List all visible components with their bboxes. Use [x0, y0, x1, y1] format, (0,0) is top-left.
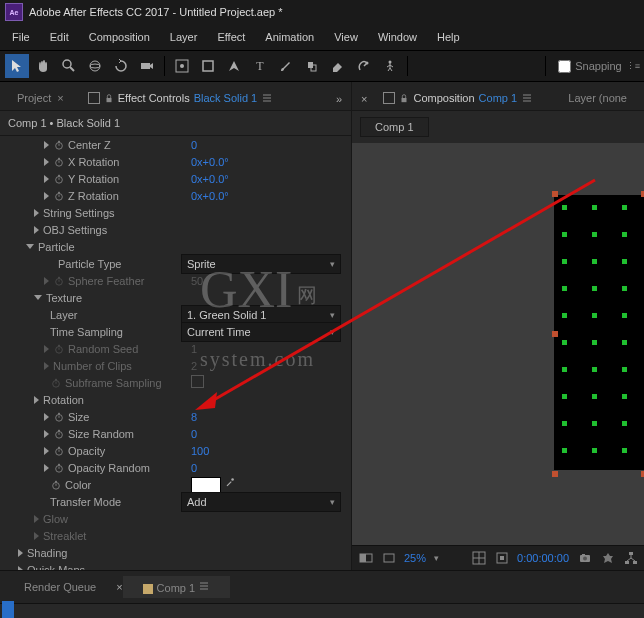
timeline-tabs: Render Queue × Comp 1 [0, 570, 644, 603]
group-texture[interactable]: Texture [0, 289, 351, 306]
tab-project[interactable]: Project× [5, 87, 76, 110]
titlebar: Ae Adobe After Effects CC 2017 - Untitle… [0, 0, 644, 24]
left-panel-tabs: Project× Effect Controls Black Solid 1 » [0, 82, 351, 111]
pen-tool[interactable] [222, 54, 246, 78]
transfer-mode-select[interactable]: Add▾ [181, 492, 341, 512]
clone-tool[interactable] [300, 54, 324, 78]
zoom-value[interactable]: 25% [404, 552, 426, 564]
prop-color[interactable]: Color [0, 476, 351, 493]
prop-transfer-mode[interactable]: Transfer ModeAdd▾ [0, 493, 351, 510]
zoom-tool[interactable] [57, 54, 81, 78]
comp-color-icon [143, 584, 153, 594]
selection-tool[interactable] [5, 54, 29, 78]
toolbar-divider [164, 56, 165, 76]
tab-effect-controls[interactable]: Effect Controls Black Solid 1 [76, 87, 286, 110]
particle-type-select[interactable]: Sprite▾ [181, 254, 341, 274]
prop-layer[interactable]: Layer1. Green Solid 1▾ [0, 306, 351, 323]
snapping-checkbox[interactable] [558, 60, 571, 73]
comp-name: Comp 1 [479, 92, 518, 104]
prop-time-sampling[interactable]: Time SamplingCurrent Time▾ [0, 323, 351, 340]
resolution-icon[interactable] [381, 549, 396, 567]
rotation-tool[interactable] [109, 54, 133, 78]
flowchart-icon[interactable] [623, 549, 638, 567]
prop-z-rotation[interactable]: Z Rotation0x+0.0° [0, 187, 351, 204]
camera-icon[interactable] [577, 549, 592, 567]
display-icon[interactable] [358, 549, 373, 567]
prop-size[interactable]: Size8 [0, 408, 351, 425]
prop-center-z[interactable]: Center Z0 [0, 136, 351, 153]
menu-animation[interactable]: Animation [255, 28, 324, 46]
group-glow: Glow [0, 510, 351, 527]
prop-opacity-random[interactable]: Opacity Random0 [0, 459, 351, 476]
mask-icon[interactable] [494, 549, 509, 567]
brush-tool[interactable] [274, 54, 298, 78]
menu-icon[interactable] [198, 580, 210, 592]
tab-composition[interactable]: Composition Comp 1 [371, 87, 545, 110]
close-icon[interactable]: × [57, 92, 63, 104]
lock-icon [104, 93, 114, 103]
menu-layer[interactable]: Layer [160, 28, 208, 46]
svg-rect-36 [384, 554, 394, 562]
timecode[interactable]: 0:00:00:00 [517, 552, 569, 564]
puppet-tool[interactable] [378, 54, 402, 78]
handle[interactable] [552, 191, 558, 197]
shape-tool[interactable] [196, 54, 220, 78]
menu-view[interactable]: View [324, 28, 368, 46]
menu-window[interactable]: Window [368, 28, 427, 46]
svg-rect-37 [629, 552, 633, 555]
toolbar-divider [407, 56, 408, 76]
snapshot-icon[interactable] [600, 549, 615, 567]
close-icon[interactable]: × [357, 89, 371, 109]
menu-icon[interactable] [261, 92, 273, 104]
group-quick-maps[interactable]: Quick Maps [0, 561, 351, 570]
roto-tool[interactable] [352, 54, 376, 78]
subtab-comp1[interactable]: Comp 1 [360, 117, 429, 137]
svg-line-42 [631, 558, 635, 561]
zoom-dropdown-icon[interactable]: ▾ [434, 553, 439, 563]
canvas [554, 195, 644, 470]
prop-particle-type[interactable]: Particle TypeSprite▾ [0, 255, 351, 272]
chevron-icon[interactable]: ⋮≡ [626, 61, 640, 71]
tab-timeline-comp1[interactable]: Comp 1 [123, 576, 231, 598]
menu-icon[interactable] [521, 92, 533, 104]
eyedropper-icon[interactable] [224, 476, 236, 488]
menu-composition[interactable]: Composition [79, 28, 160, 46]
breadcrumb: Comp 1 • Black Solid 1 [0, 111, 351, 136]
anchor-tool[interactable] [170, 54, 194, 78]
composition-label: Composition [413, 92, 474, 104]
eraser-tool[interactable] [326, 54, 350, 78]
tab-layer[interactable]: Layer (none [556, 87, 639, 110]
group-shading[interactable]: Shading [0, 544, 351, 561]
group-rotation[interactable]: Rotation [0, 391, 351, 408]
text-tool[interactable]: T [248, 54, 272, 78]
comp-subtabs: Comp 1 [360, 117, 636, 137]
group-particle[interactable]: Particle [0, 238, 351, 255]
menu-file[interactable]: File [2, 28, 40, 46]
handle[interactable] [552, 471, 558, 477]
snapping-toggle[interactable]: Snapping ⋮≡ [554, 57, 640, 76]
menu-edit[interactable]: Edit [40, 28, 79, 46]
menu-help[interactable]: Help [427, 28, 470, 46]
grid-icon[interactable] [471, 549, 486, 567]
hand-tool[interactable] [31, 54, 55, 78]
composition-viewer[interactable]: 25% ▾ 0:00:00:00 [352, 143, 644, 570]
time-sampling-select[interactable]: Current Time▾ [181, 322, 341, 342]
handle[interactable] [552, 331, 558, 337]
panel-overflow[interactable]: » [336, 93, 342, 105]
camera-tool[interactable] [135, 54, 159, 78]
prop-size-random[interactable]: Size Random0 [0, 425, 351, 442]
window-title: Adobe After Effects CC 2017 - Untitled P… [29, 6, 283, 18]
solid-name: Black Solid 1 [194, 92, 258, 104]
menu-effect[interactable]: Effect [207, 28, 255, 46]
orbit-tool[interactable] [83, 54, 107, 78]
toolbar-divider [545, 56, 546, 76]
tab-render-queue[interactable]: Render Queue [4, 577, 116, 597]
prop-y-rotation[interactable]: Y Rotation0x+0.0° [0, 170, 351, 187]
svg-line-19 [70, 67, 74, 71]
group-obj-settings[interactable]: OBJ Settings [0, 221, 351, 238]
prop-opacity[interactable]: Opacity100 [0, 442, 351, 459]
group-string-settings[interactable]: String Settings [0, 204, 351, 221]
color-swatch-icon [383, 92, 395, 104]
timeline[interactable] [0, 603, 644, 618]
prop-x-rotation[interactable]: X Rotation0x+0.0° [0, 153, 351, 170]
